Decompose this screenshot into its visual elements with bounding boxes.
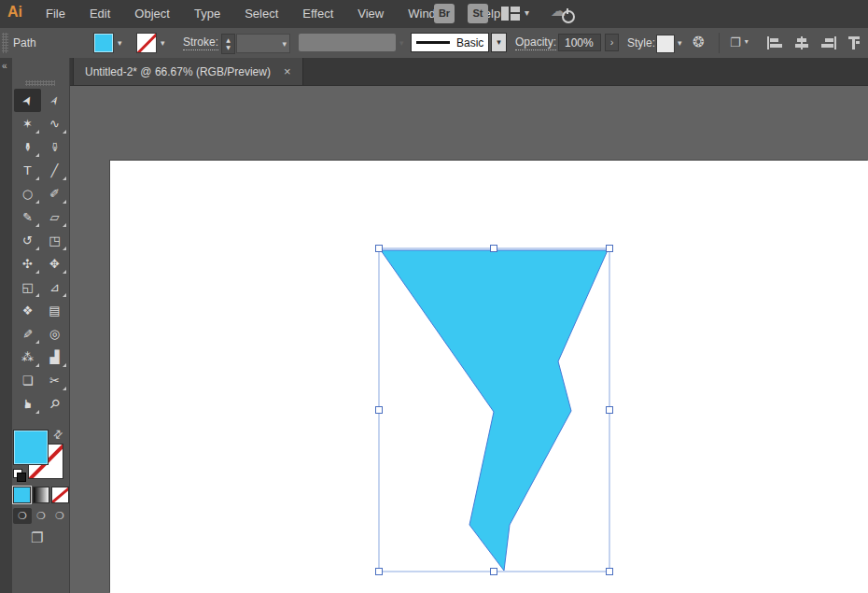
screen-mode-icon[interactable]: ❐ (31, 529, 43, 546)
gpu-performance-icon[interactable]: ☁ (551, 5, 575, 23)
tool-scale[interactable]: ◳ (41, 229, 68, 252)
tool-lasso[interactable]: ∿ (41, 112, 68, 135)
selection-handle[interactable] (607, 246, 613, 252)
canvas-area[interactable] (70, 86, 868, 593)
stroke-width-stepper[interactable]: ▲ ▼ (221, 34, 235, 54)
draw-normal-icon[interactable]: ❍ (13, 508, 32, 524)
tool-zoom[interactable]: ⚲ (41, 392, 68, 416)
selection-icon: ➤ (20, 93, 35, 108)
align-right-icon[interactable] (821, 36, 836, 49)
selection-handle[interactable] (376, 407, 383, 414)
align-left-icon[interactable] (767, 36, 782, 49)
bridge-button[interactable]: Br (434, 4, 455, 23)
tool-perspective-grid[interactable]: ⊿ (41, 275, 68, 299)
tool-column-graph[interactable]: ▟ (41, 346, 68, 369)
selection-handle[interactable] (491, 246, 497, 252)
color-button[interactable] (13, 487, 31, 503)
document-tab-title: Untitled-2* @ 66.67% (RGB/Preview) (85, 65, 271, 78)
transform-options-icon[interactable] (847, 36, 861, 49)
tool-slice[interactable]: ✂ (41, 369, 68, 392)
opacity-panel-link[interactable]: Opacity: (515, 35, 556, 50)
default-fill-stroke-icon[interactable] (13, 469, 26, 482)
tool-blend[interactable]: ◎ (41, 322, 68, 346)
profile-chevron-icon: ▾ (399, 38, 404, 48)
tool-eyedropper[interactable]: ✎ (14, 322, 41, 346)
tool-line-segment[interactable]: ╱ (41, 159, 68, 182)
tool-magic-wand[interactable]: ✶ (14, 112, 41, 135)
stroke-color-swatch[interactable] (136, 33, 157, 53)
tool-gradient[interactable]: ▤ (41, 299, 68, 322)
draw-behind-icon[interactable]: ❍ (32, 508, 50, 524)
drawing-mode-buttons: ❍ ❍ ❍ (13, 508, 69, 524)
tool-mesh[interactable]: ❖ (14, 299, 41, 322)
fill-stroke-proxy: ⇄ (12, 428, 70, 487)
fill-proxy-swatch[interactable] (13, 430, 49, 465)
fill-color-swatch[interactable] (93, 33, 114, 53)
tools-panel-grip[interactable] (25, 80, 55, 86)
document-tab[interactable]: Untitled-2* @ 66.67% (RGB/Preview) × (73, 58, 303, 85)
tool-curvature[interactable]: ✑ (41, 135, 68, 159)
workspace-bottom-pane (511, 14, 520, 21)
tool-eraser[interactable]: ▱ (41, 205, 68, 229)
graphic-style-swatch[interactable] (656, 35, 675, 53)
gradient-button[interactable] (33, 487, 50, 503)
fill-chevron-icon[interactable]: ▾ (118, 38, 122, 48)
tool-grid: ➤➢✶∿✒✑T╱○✐✏▱↺◳✣✥◱⊿❖▤✎◎⁂▟❏✂☛⚲ (14, 89, 68, 416)
close-tab-icon[interactable]: × (284, 65, 291, 78)
tool-ellipse[interactable]: ○ (14, 182, 41, 205)
tool-shaper[interactable]: ✏ (14, 205, 41, 229)
magic-wand-icon: ✶ (22, 118, 33, 130)
menu-object[interactable]: Object (122, 0, 182, 28)
align-center-icon[interactable] (794, 36, 809, 49)
selection-handle[interactable] (607, 407, 613, 414)
shape[interactable] (381, 250, 608, 571)
opacity-input[interactable]: 100% (558, 34, 601, 51)
stroke-chevron-icon[interactable]: ▾ (161, 38, 165, 48)
tool-rotate[interactable]: ↺ (14, 229, 41, 252)
stroke-width-input[interactable]: ▾ (236, 34, 290, 53)
tool-width[interactable]: ✣ (14, 252, 41, 275)
tool-pen[interactable]: ✒ (14, 135, 41, 159)
selection-handle[interactable] (491, 569, 497, 575)
selection-handle[interactable] (607, 569, 613, 575)
tool-artboard[interactable]: ❏ (14, 369, 41, 392)
menu-edit[interactable]: Edit (77, 0, 122, 28)
tool-symbol-sprayer[interactable]: ⁂ (14, 346, 41, 369)
tool-selection[interactable]: ➤ (14, 89, 41, 112)
menu-view[interactable]: View (345, 0, 396, 28)
tool-shape-builder[interactable]: ◱ (14, 275, 41, 299)
power-icon (562, 10, 575, 23)
collapse-panels-icon[interactable]: « (2, 61, 7, 71)
recolor-artwork-icon[interactable]: ❂ (693, 35, 705, 49)
tool-paintbrush[interactable]: ✐ (41, 182, 68, 205)
menu-file[interactable]: File (34, 0, 77, 28)
selection-handle[interactable] (376, 246, 383, 252)
panel-grip[interactable] (2, 33, 8, 53)
divider (719, 33, 720, 53)
select-similar-chevron-icon[interactable]: ▾ (745, 37, 749, 46)
select-similar-button[interactable]: ❐ ▾ (730, 35, 749, 49)
stroke-width-chevron-icon[interactable]: ▾ (282, 39, 287, 49)
tool-free-transform[interactable]: ✥ (41, 252, 68, 275)
stroke-panel-link[interactable]: Stroke: (183, 35, 218, 50)
menu-select[interactable]: Select (232, 0, 290, 28)
draw-inside-icon[interactable]: ❍ (50, 508, 69, 524)
tool-direct-selection[interactable]: ➢ (41, 89, 68, 112)
style-chevron-icon[interactable]: ▾ (678, 38, 682, 48)
swap-fill-stroke-icon[interactable]: ⇄ (50, 426, 66, 442)
menu-type[interactable]: Type (182, 0, 232, 28)
none-button[interactable] (51, 487, 69, 503)
shape-builder-icon: ◱ (21, 281, 33, 293)
workspace-switcher-icon[interactable] (501, 7, 520, 21)
opacity-more-button[interactable]: › (605, 34, 619, 51)
stock-button[interactable]: St (468, 4, 488, 23)
stepper-up-icon[interactable]: ▲ (226, 36, 231, 44)
chevron-down-icon[interactable]: ▾ (525, 7, 529, 18)
stepper-down-icon[interactable]: ▼ (226, 44, 231, 51)
tool-type[interactable]: T (14, 159, 41, 182)
menu-effect[interactable]: Effect (290, 0, 345, 28)
tool-hand[interactable]: ☛ (14, 392, 41, 416)
brush-chevron-button[interactable]: ▾ (491, 33, 507, 52)
selection-handle[interactable] (376, 569, 383, 575)
brush-definition-dropdown[interactable]: Basic (411, 33, 489, 52)
